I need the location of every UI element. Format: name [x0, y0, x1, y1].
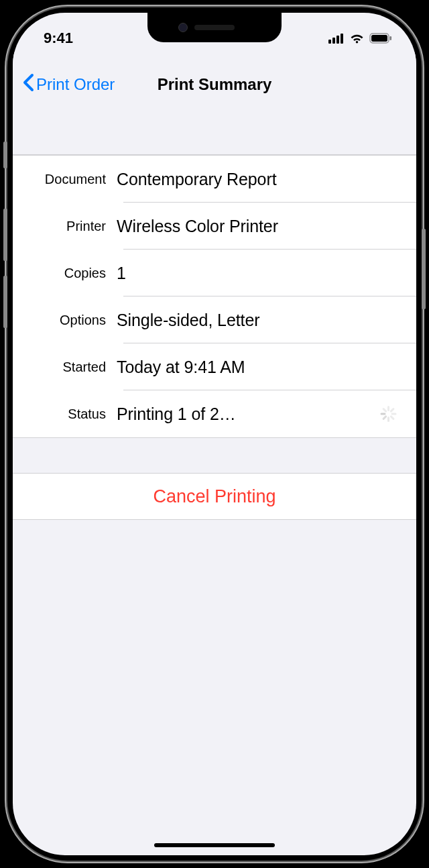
section-gap — [13, 438, 416, 473]
status-label: Status — [13, 406, 117, 422]
svg-rect-2 — [336, 36, 339, 44]
back-button[interactable]: Print Order — [22, 73, 115, 96]
mute-switch — [3, 142, 7, 168]
activity-spinner-icon — [379, 404, 397, 423]
document-label: Document — [13, 172, 117, 187]
svg-rect-1 — [332, 38, 335, 44]
navigation-bar: Print Order Print Summary — [13, 52, 416, 117]
started-label: Started — [13, 360, 117, 375]
document-value: Contemporary Report — [117, 170, 403, 189]
copies-value: 1 — [117, 264, 403, 283]
cellular-signal-icon — [328, 33, 345, 44]
svg-rect-3 — [341, 34, 343, 44]
earpiece-speaker — [194, 25, 235, 30]
options-row: Options Single-sided, Letter — [13, 296, 416, 343]
svg-rect-5 — [371, 35, 387, 42]
options-value: Single-sided, Letter — [117, 311, 403, 330]
status-icons — [328, 33, 392, 44]
volume-down-button — [3, 276, 7, 328]
power-button — [422, 229, 426, 309]
started-row: Started Today at 9:41 AM — [13, 343, 416, 390]
printer-label: Printer — [13, 219, 117, 234]
battery-icon — [369, 33, 392, 44]
home-indicator[interactable] — [154, 843, 275, 847]
cancel-group: Cancel Printing — [13, 473, 416, 520]
started-value: Today at 9:41 AM — [117, 358, 403, 377]
front-camera — [178, 23, 188, 32]
svg-rect-6 — [390, 36, 392, 40]
status-row: Status Printing 1 of 2… — [13, 390, 416, 437]
cancel-button-label: Cancel Printing — [153, 486, 275, 507]
header-spacer — [13, 117, 416, 155]
svg-rect-0 — [328, 40, 331, 44]
notch — [147, 13, 282, 42]
document-row: Document Contemporary Report — [13, 156, 416, 203]
screen: 9:41 Print Order Print Summary — [13, 13, 416, 855]
options-label: Options — [13, 313, 117, 328]
copies-row: Copies 1 — [13, 250, 416, 296]
status-value: Printing 1 of 2… — [117, 404, 379, 424]
printer-value: Wireless Color Printer — [117, 217, 403, 236]
volume-up-button — [3, 209, 7, 261]
status-time: 9:41 — [44, 30, 73, 47]
wifi-icon — [349, 33, 365, 44]
back-button-label: Print Order — [36, 75, 115, 94]
copies-label: Copies — [13, 266, 117, 281]
phone-frame: 9:41 Print Order Print Summary — [7, 7, 422, 861]
cancel-printing-button[interactable]: Cancel Printing — [13, 474, 416, 519]
summary-group: Document Contemporary Report Printer Wir… — [13, 155, 416, 438]
chevron-left-icon — [22, 73, 34, 96]
printer-row: Printer Wireless Color Printer — [13, 203, 416, 250]
